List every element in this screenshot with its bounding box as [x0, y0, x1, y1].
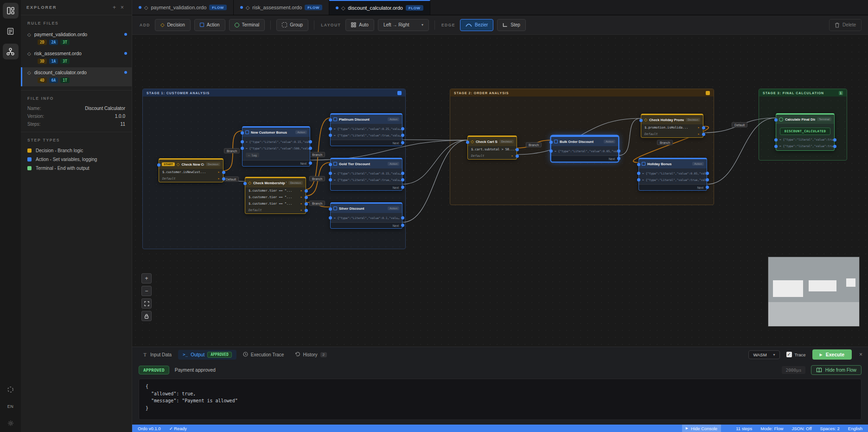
- flow-icon[interactable]: [3, 44, 19, 59]
- port[interactable]: [639, 119, 643, 122]
- port[interactable]: [833, 145, 836, 148]
- port[interactable]: [305, 196, 308, 199]
- editor-tab[interactable]: ◇discount_calculator.ordoFLOW: [329, 0, 430, 15]
- close-explorer-button[interactable]: ×: [118, 4, 126, 11]
- dashboard-icon[interactable]: [3, 3, 19, 19]
- port[interactable]: [305, 202, 308, 206]
- editor-tab[interactable]: ◇payment_validation.ordoFLOW: [132, 0, 234, 15]
- minimap-viewport[interactable]: [768, 302, 859, 327]
- port[interactable]: [222, 171, 225, 174]
- console-tab-history[interactable]: History2: [290, 350, 332, 360]
- port[interactable]: [309, 161, 312, 165]
- settings-gear-icon[interactable]: [7, 420, 14, 426]
- statusbar-item[interactable]: English: [848, 426, 862, 431]
- zoom-out-icon[interactable]: −: [141, 286, 152, 296]
- hide-console-button[interactable]: ▶ Hide Console: [682, 425, 721, 432]
- node-bulk-order-discount[interactable]: Bulk Order DiscountAction= {"type":"Lite…: [551, 135, 619, 162]
- add-file-button[interactable]: +: [110, 4, 118, 11]
- port[interactable]: [329, 118, 332, 122]
- close-console-icon[interactable]: ×: [859, 351, 862, 358]
- port[interactable]: [401, 127, 404, 130]
- port[interactable]: [305, 189, 308, 193]
- port[interactable]: [706, 172, 709, 175]
- node-silver-discount[interactable]: Silver DiscountAction= {"type":"Literal"…: [330, 202, 402, 229]
- port[interactable]: [617, 157, 620, 160]
- document-icon[interactable]: [3, 23, 19, 39]
- port[interactable]: [774, 145, 778, 148]
- port[interactable]: [833, 138, 836, 142]
- editor-tab[interactable]: ◇risk_assessment.ordoFLOW: [234, 0, 329, 15]
- add-decision-button[interactable]: ◇ Decision: [155, 19, 191, 31]
- add-action-button[interactable]: Action: [194, 19, 225, 31]
- flow-edge[interactable]: [402, 140, 467, 140]
- statusbar-item[interactable]: Mode: Flow: [760, 426, 783, 431]
- port[interactable]: [702, 126, 705, 129]
- port[interactable]: [222, 177, 225, 181]
- auto-layout-button[interactable]: Auto: [345, 19, 374, 31]
- add-terminal-button[interactable]: Terminal: [229, 19, 265, 31]
- port[interactable]: [466, 141, 469, 144]
- flow-edge[interactable]: [402, 140, 467, 184]
- port[interactable]: [637, 163, 640, 166]
- port[interactable]: [516, 155, 519, 158]
- port[interactable]: [637, 172, 640, 175]
- node-platinum-discount[interactable]: Platinum DiscountAction= {"type":"Litera…: [330, 113, 402, 146]
- port[interactable]: [329, 127, 332, 130]
- node-new-customer-bonus[interactable]: New Customer BonusAction= {"type":"Liter…: [242, 126, 310, 167]
- port[interactable]: [617, 149, 620, 153]
- console-tab-execution-trace[interactable]: Execution Trace: [238, 350, 289, 360]
- delete-button[interactable]: Delete: [829, 19, 862, 31]
- port[interactable]: [516, 148, 519, 151]
- node-calculate-final-discount[interactable]: Calculate Final Disc...TerminalDISCOUNT_…: [776, 113, 835, 151]
- port[interactable]: [309, 140, 312, 143]
- port[interactable]: [401, 224, 404, 227]
- add-group-button[interactable]: Group: [276, 19, 308, 31]
- rule-file-item[interactable]: ◇risk_assessment.ordo3D1A3T: [21, 48, 132, 67]
- execute-button[interactable]: ▶ Execute: [812, 349, 852, 360]
- language-indicator[interactable]: EN: [7, 404, 14, 409]
- edge-step-button[interactable]: Step: [497, 19, 526, 31]
- port[interactable]: [329, 172, 332, 175]
- port[interactable]: [309, 147, 312, 150]
- node-holiday-bonus[interactable]: Holiday BonusAction= {"type":"Literal","…: [638, 158, 707, 191]
- node-check-cart-size[interactable]: ◇Check Cart SizeDecision$.cart.subtotal …: [467, 135, 517, 160]
- minimap[interactable]: [768, 257, 860, 327]
- port[interactable]: [329, 134, 332, 137]
- port[interactable]: [157, 163, 160, 167]
- runtime-select[interactable]: WASM ▾: [748, 350, 779, 359]
- port[interactable]: [401, 134, 404, 137]
- statusbar-item[interactable]: JSON: Off: [791, 426, 811, 431]
- port[interactable]: [706, 178, 709, 181]
- port[interactable]: [401, 186, 404, 189]
- port[interactable]: [401, 172, 404, 175]
- port[interactable]: [549, 141, 553, 144]
- port[interactable]: [329, 178, 332, 181]
- direction-select[interactable]: Left → Right ▾: [378, 19, 429, 31]
- port[interactable]: [401, 141, 404, 144]
- trace-checkbox[interactable]: ✓: [786, 352, 792, 357]
- node-check-holiday-promotion[interactable]: ◇Check Holiday PromotionDecision$.promot…: [641, 114, 703, 138]
- port[interactable]: [702, 133, 705, 136]
- node-check-membership-tier[interactable]: ◇Check Membership TierDecision$.customer…: [245, 177, 306, 214]
- fit-view-icon[interactable]: [141, 298, 152, 309]
- port[interactable]: [329, 163, 332, 166]
- port[interactable]: [329, 207, 332, 211]
- node-gold-tier-discount[interactable]: Gold Tier DiscountAction= {"type":"Liter…: [330, 158, 402, 191]
- statusbar-item[interactable]: 11 steps: [736, 426, 752, 431]
- flow-edge[interactable]: [619, 118, 641, 155]
- port[interactable]: [774, 138, 778, 142]
- port[interactable]: [637, 178, 640, 181]
- rule-file-item[interactable]: ◇discount_calculator.ordo4D6A1T: [21, 67, 132, 86]
- port[interactable]: [305, 209, 308, 212]
- port[interactable]: [401, 216, 404, 219]
- trace-checkbox-wrap[interactable]: ✓ Trace: [786, 352, 806, 357]
- port[interactable]: [774, 118, 778, 122]
- port[interactable]: [549, 149, 553, 153]
- lock-icon[interactable]: [141, 311, 152, 321]
- port[interactable]: [241, 147, 244, 150]
- rule-file-item[interactable]: ◇payment_validation.ordo2D2A3T: [21, 29, 132, 48]
- port[interactable]: [241, 131, 244, 135]
- output-json-viewer[interactable]: { "allowed": true, "message": "Payment i…: [139, 379, 862, 420]
- port[interactable]: [241, 140, 244, 143]
- port[interactable]: [243, 182, 247, 185]
